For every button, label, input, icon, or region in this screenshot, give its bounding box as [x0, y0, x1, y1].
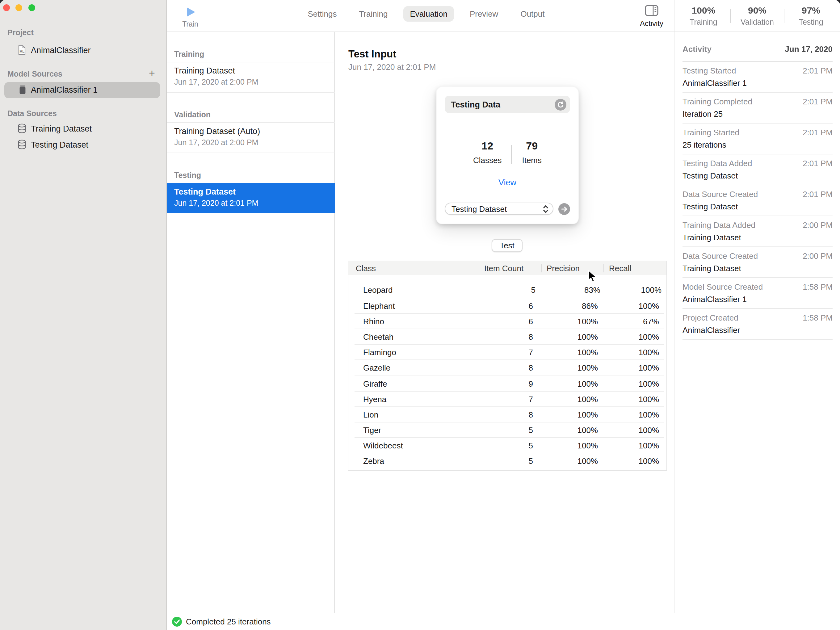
- train-button[interactable]: Train: [178, 5, 202, 30]
- cell-item-count: 9: [529, 379, 533, 388]
- table-row[interactable]: Flamingo7100%100%: [355, 344, 664, 360]
- activity-entry-title: Data Source Created: [682, 189, 758, 199]
- activity-entry-subtitle: Testing Dataset: [682, 171, 832, 180]
- activity-entry: Model Source Created1:58 PMAnimalClassif…: [682, 278, 832, 309]
- table-row[interactable]: Cheetah8100%100%: [355, 329, 664, 344]
- cell-class: Zebra: [363, 456, 384, 466]
- database-icon: [17, 140, 27, 150]
- metric-label: Training: [677, 18, 730, 27]
- close-button[interactable]: [3, 4, 10, 11]
- tab-evaluation[interactable]: Evaluation: [403, 6, 454, 22]
- cell-recall: 100%: [639, 348, 659, 357]
- test-button[interactable]: Test: [492, 239, 523, 252]
- run-test-arrow-button[interactable]: [558, 203, 570, 215]
- metric-value: 100%: [677, 5, 730, 16]
- activity-entry: Project Created1:58 PMAnimalClassifier: [682, 309, 832, 340]
- card-header: Testing Data: [445, 96, 570, 113]
- refresh-icon: [557, 101, 564, 108]
- activity-header-row: Activity Jun 17, 2020: [682, 44, 832, 54]
- tab-preview[interactable]: Preview: [463, 6, 505, 22]
- activity-entry-time: 1:58 PM: [803, 282, 832, 292]
- cell-item-count: 6: [529, 302, 533, 311]
- cell-recall: 100%: [641, 285, 662, 295]
- zoom-button[interactable]: [28, 4, 36, 11]
- table-row[interactable]: Tiger5100%100%: [355, 422, 664, 437]
- col-item-count[interactable]: Item Count: [484, 264, 523, 273]
- tab-training[interactable]: Training: [352, 6, 395, 22]
- col-precision[interactable]: Precision: [546, 264, 579, 273]
- cell-class: Lion: [363, 410, 378, 419]
- view-link[interactable]: View: [437, 178, 578, 187]
- activity-entry: Data Source Created2:01 PMTesting Datase…: [682, 185, 832, 216]
- table-row[interactable]: Zebra5100%100%: [355, 453, 664, 468]
- table-row[interactable]: Hyena7100%100%: [355, 391, 664, 406]
- activity-entry-subtitle: Iteration 25: [682, 109, 832, 118]
- table-row[interactable]: Wildebeest5100%100%: [355, 437, 664, 453]
- table-row[interactable]: Rhino6100%67%: [355, 313, 664, 328]
- ml-document-icon: ML: [18, 45, 26, 55]
- card-stats: 12Classes79Items: [437, 140, 578, 165]
- table-body: Leopard583%100%Elephant686%100%Rhino6100…: [348, 282, 666, 468]
- activity-entry-top: Training Started2:01 PM: [682, 128, 832, 137]
- table-row[interactable]: Leopard583%100%: [348, 282, 666, 298]
- cell-recall: 67%: [643, 317, 659, 326]
- activity-entry-time: 1:58 PM: [803, 313, 832, 322]
- dataset-row[interactable]: Training Dataset (Auto)Jun 17, 2020 at 2…: [167, 111, 335, 171]
- cell-recall: 100%: [639, 379, 659, 388]
- minimize-button[interactable]: [16, 4, 22, 11]
- cell-recall: 100%: [639, 363, 659, 373]
- model-source-icon: [19, 85, 27, 95]
- activity-entry-time: 2:00 PM: [803, 251, 832, 261]
- col-recall[interactable]: Recall: [609, 264, 631, 273]
- sidebar-item-testing-dataset[interactable]: Testing Dataset: [17, 139, 159, 151]
- success-check-icon: [172, 616, 182, 627]
- card-stat-classes: 12Classes: [473, 140, 502, 165]
- activity-entry: Training Started2:01 PM25 iterations: [682, 123, 832, 155]
- activity-entry-top: Data Source Created2:01 PM: [682, 189, 832, 199]
- metrics-summary: 100%Training90%Validation97%Testing: [674, 0, 840, 32]
- sidebar-item-model-source[interactable]: AnimalClassifier 1: [4, 82, 160, 98]
- table-row[interactable]: Giraffe9100%100%: [355, 375, 664, 391]
- tab-bar: SettingsTrainingEvaluationPreviewOutput: [278, 6, 575, 22]
- cell-class: Hyena: [363, 395, 386, 404]
- activity-header: Activity: [682, 44, 712, 54]
- refresh-button[interactable]: [555, 98, 566, 110]
- card-title: Testing Data: [451, 100, 500, 109]
- cell-class: Rhino: [363, 317, 384, 326]
- cell-precision: 100%: [578, 441, 598, 450]
- dataset-row[interactable]: Training DatasetJun 17, 2020 at 2:00 PM: [167, 50, 335, 111]
- dataset-dropdown-value: Testing Dataset: [452, 204, 507, 213]
- mouse-cursor: [588, 270, 597, 283]
- cell-item-count: 5: [529, 456, 533, 466]
- dataset-row[interactable]: Testing DatasetJun 17, 2020 at 2:01 PM: [167, 171, 335, 232]
- dataset-dropdown[interactable]: Testing Dataset: [445, 202, 553, 215]
- arrow-right-icon: [561, 205, 568, 212]
- activity-entry-title: Model Source Created: [682, 282, 763, 292]
- activity-entry-subtitle: AnimalClassifier: [682, 325, 832, 335]
- createml-window: Project ML AnimalClassifier Model Source…: [0, 0, 840, 630]
- sidebar-item-training-dataset[interactable]: Training Dataset: [17, 123, 159, 135]
- activity-entry-time: 2:01 PM: [803, 66, 832, 75]
- cell-precision: 100%: [578, 317, 598, 326]
- cell-item-count: 8: [529, 410, 533, 419]
- cell-recall: 100%: [639, 456, 659, 466]
- metric-testing: 97%Testing: [785, 5, 837, 27]
- cell-class: Cheetah: [363, 333, 393, 342]
- status-message: Completed 25 iterations: [186, 617, 271, 626]
- cell-precision: 100%: [578, 348, 598, 357]
- header-divider: [603, 264, 604, 272]
- toolbar: Train SettingsTrainingEvaluationPreviewO…: [167, 0, 674, 32]
- activity-button[interactable]: Activity: [638, 3, 666, 30]
- cell-class: Wildebeest: [363, 441, 403, 450]
- stat-divider: [512, 145, 512, 164]
- tab-settings[interactable]: Settings: [301, 6, 344, 22]
- table-row[interactable]: Lion8100%100%: [355, 406, 664, 422]
- table-row[interactable]: Elephant686%100%: [355, 298, 664, 313]
- sidebar-item-project[interactable]: ML AnimalClassifier: [17, 44, 159, 57]
- header-divider: [541, 264, 542, 272]
- tab-output[interactable]: Output: [513, 6, 551, 22]
- add-model-source-button[interactable]: +: [149, 67, 155, 80]
- col-class[interactable]: Class: [356, 264, 376, 273]
- data-source-label: Training Dataset: [31, 124, 92, 133]
- table-row[interactable]: Gazelle8100%100%: [355, 360, 664, 375]
